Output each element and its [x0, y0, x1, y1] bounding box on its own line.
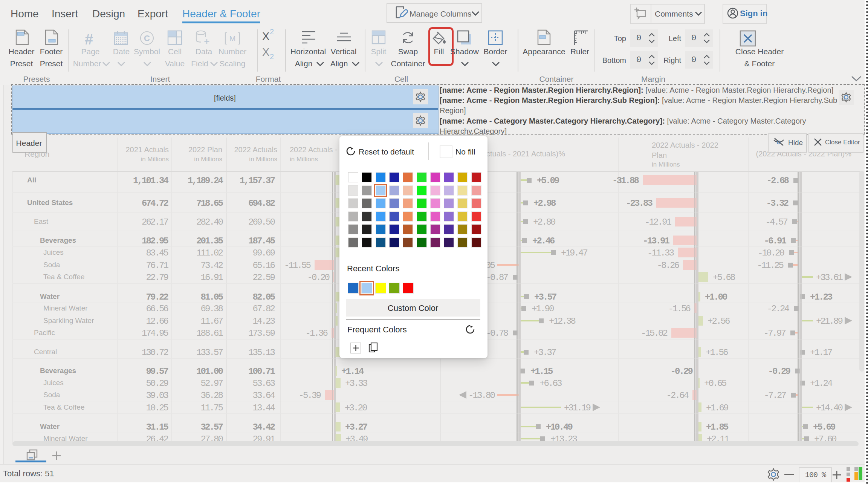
svg-text:M: M	[229, 34, 236, 43]
svg-text:C: C	[144, 34, 150, 43]
